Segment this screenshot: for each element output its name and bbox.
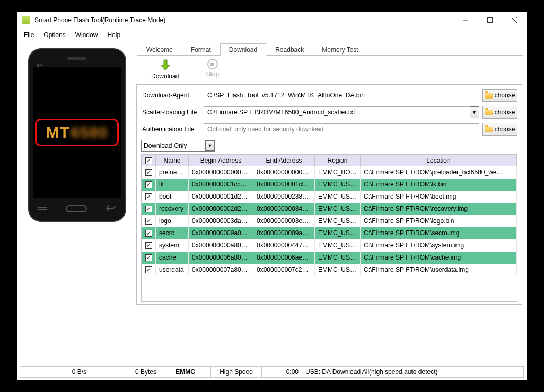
- download-label: Download: [151, 73, 179, 80]
- cell-location: C:\Firmare SP FT\ROM\system.img: [361, 239, 517, 252]
- cell-begin: 0x0000000000000000: [189, 166, 253, 179]
- cell-begin: 0x0000000009a00000: [189, 227, 253, 239]
- row-checkbox[interactable]: [142, 227, 156, 239]
- row-checkbox[interactable]: [142, 191, 156, 203]
- row-checkbox[interactable]: [142, 203, 156, 215]
- tab-format[interactable]: Format: [182, 43, 220, 56]
- table-row[interactable]: recovery0x0000000002d200000x000000000344…: [142, 203, 517, 215]
- cell-end: 0x0000000003444fff: [253, 203, 315, 215]
- titlebar: Smart Phone Flash Tool(Runtime Trace Mod…: [17, 12, 527, 28]
- row-checkbox[interactable]: [142, 252, 156, 264]
- cell-name: userdata: [156, 264, 189, 276]
- menu-options[interactable]: Options: [39, 29, 69, 41]
- header-location[interactable]: Location: [361, 155, 517, 166]
- download-arrow-icon: [159, 59, 172, 72]
- cell-region: EMMC_USER: [315, 252, 361, 264]
- status-storage: EMMC: [160, 367, 211, 377]
- cell-name: system: [156, 239, 189, 252]
- scatter-choose-button[interactable]: choose: [482, 106, 517, 119]
- stop-icon: [207, 59, 218, 69]
- da-label: Download-Agent: [141, 92, 200, 99]
- table-row[interactable]: system0x000000000a8000000x00000000447bca…: [142, 239, 517, 252]
- da-input[interactable]: [204, 90, 479, 101]
- cell-end: 0x0000000009a20fff: [253, 227, 315, 239]
- table-row[interactable]: logo0x0000000003da00000x0000000003ed1397…: [142, 215, 517, 227]
- header-region[interactable]: Region: [315, 155, 361, 166]
- cell-location: C:\Firmare SP FT\ROM\secro.img: [361, 227, 517, 239]
- cell-name: lk: [156, 179, 189, 191]
- cell-begin: 0x0000000001d20000: [189, 191, 253, 203]
- row-checkbox[interactable]: [142, 166, 156, 179]
- cell-region: EMMC_USER: [315, 239, 361, 252]
- menu-window[interactable]: Window: [71, 29, 102, 41]
- header-name[interactable]: Name: [156, 155, 189, 166]
- cell-name: recovery: [156, 203, 189, 215]
- auth-choose-button[interactable]: choose: [482, 123, 517, 136]
- auth-label: Authentication File: [141, 126, 200, 133]
- row-checkbox[interactable]: [142, 215, 156, 227]
- folder-icon: [485, 93, 493, 99]
- header-checkbox[interactable]: [142, 155, 156, 166]
- cell-location: C:\Firmare SP FT\ROM\recovery.img: [361, 203, 517, 215]
- cell-begin: 0x0000000002d20000: [189, 203, 253, 215]
- stop-button[interactable]: Stop: [206, 59, 219, 80]
- tab-readback[interactable]: Readback: [266, 43, 313, 56]
- table-row[interactable]: boot0x0000000001d200000x00000000238b7ffE…: [142, 191, 517, 203]
- maximize-icon: [487, 17, 493, 23]
- cell-location: C:\Firmare SP FT\ROM\lk.bin: [361, 179, 517, 191]
- auth-input[interactable]: [204, 123, 479, 135]
- table-row[interactable]: preloader0x00000000000000000x00000000000…: [142, 166, 517, 179]
- status-speed: 0 B/s: [20, 367, 90, 377]
- table-row[interactable]: cache0x000000006a8000000x000000006ae1a0c…: [142, 252, 517, 264]
- cell-end: 0x000000007c28624f: [253, 264, 315, 276]
- maximize-button[interactable]: [478, 12, 502, 28]
- folder-icon: [485, 110, 493, 115]
- row-checkbox[interactable]: [142, 264, 156, 276]
- cell-begin: 0x0000000003da0000: [189, 215, 253, 227]
- cell-name: preloader: [156, 166, 189, 179]
- cell-begin: 0x000000000a800000: [189, 239, 253, 252]
- cell-begin: 0x000000006a800000: [189, 252, 253, 264]
- cell-end: 0x0000000001cfaa8f: [253, 179, 315, 191]
- cell-name: secro: [156, 227, 189, 239]
- table-row[interactable]: userdata0x000000007a8000000x000000007c28…: [142, 264, 517, 276]
- minimize-icon: [463, 17, 468, 23]
- cell-end: 0x000000000001d3a7: [253, 166, 315, 179]
- status-mode: High Speed: [211, 367, 262, 377]
- tab-welcome[interactable]: Welcome: [137, 43, 182, 56]
- scatter-dropdown-arrow-icon[interactable]: ▼: [470, 106, 479, 118]
- stop-label: Stop: [206, 70, 219, 78]
- phone-back-icon: [106, 204, 116, 213]
- cell-location: C:\Firmare SP FT\ROM\boot.img: [361, 191, 517, 203]
- close-button[interactable]: [502, 12, 527, 28]
- menubar: File Options Window Help: [17, 28, 527, 42]
- chipset-prefix: MT: [46, 123, 69, 141]
- cell-name: logo: [156, 215, 189, 227]
- cell-region: EMMC_USER: [315, 227, 361, 239]
- header-begin[interactable]: Begin Address: [189, 155, 253, 166]
- menu-file[interactable]: File: [20, 29, 38, 41]
- cell-region: EMMC_USER: [315, 264, 361, 276]
- scatter-input[interactable]: [204, 106, 470, 118]
- table-row[interactable]: lk0x0000000001cc00000x0000000001cfaa8fEM…: [142, 179, 517, 191]
- row-checkbox[interactable]: [142, 239, 156, 252]
- row-checkbox[interactable]: [142, 179, 156, 191]
- minimize-button[interactable]: [453, 12, 478, 28]
- header-end[interactable]: End Address: [253, 155, 315, 166]
- table-row[interactable]: secro0x0000000009a000000x0000000009a20ff…: [142, 227, 517, 239]
- da-choose-button[interactable]: choose: [482, 89, 517, 102]
- close-icon: [512, 17, 517, 23]
- download-mode-select[interactable]: Download Only ▼: [141, 140, 215, 152]
- cell-region: EMMC_USER: [315, 203, 361, 215]
- tab-download[interactable]: Download: [220, 43, 266, 56]
- phone-speaker: [67, 57, 86, 60]
- chipset-number-blurred: 6580: [71, 123, 108, 141]
- menu-help[interactable]: Help: [103, 29, 125, 41]
- cell-end: 0x000000006ae1a0cf: [253, 252, 315, 264]
- tab-memory-test[interactable]: Memory Test: [313, 43, 367, 56]
- cell-location: C:\Firmare SP FT\ROM\preloader_hct6580_w…: [361, 166, 517, 179]
- config-panel: Download-Agent choose Scatter-loading Fi…: [136, 84, 522, 305]
- download-button[interactable]: Download: [151, 59, 179, 80]
- cell-location: C:\Firmare SP FT\ROM\logo.bin: [361, 215, 517, 227]
- cell-region: EMMC_BOOT_1: [315, 166, 361, 179]
